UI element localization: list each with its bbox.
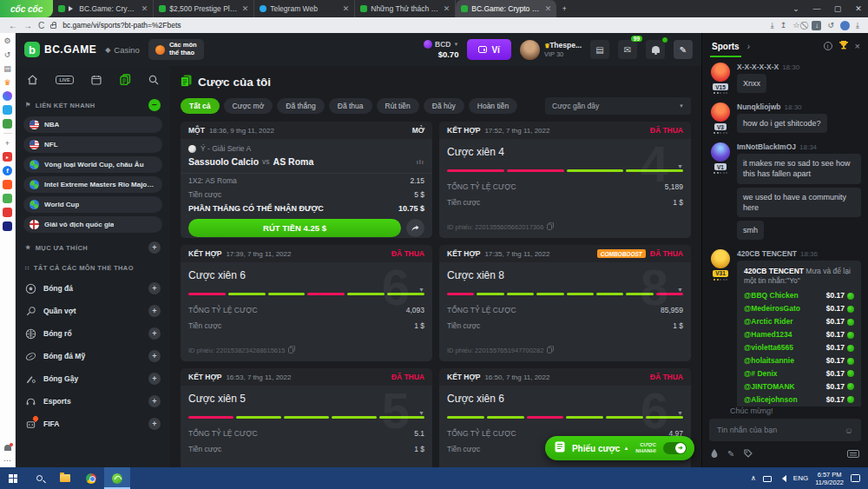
wallet-button[interactable]: Ví bbox=[467, 39, 510, 60]
collapse-button[interactable]: − bbox=[148, 99, 161, 111]
back-icon[interactable]: ← bbox=[9, 21, 17, 30]
sendo-icon[interactable] bbox=[3, 208, 12, 217]
minimize-button[interactable]: — bbox=[807, 4, 826, 13]
volume-icon[interactable] bbox=[779, 475, 786, 482]
tiki-icon[interactable] bbox=[3, 180, 12, 189]
nav-casino[interactable]: ◆ Casino bbox=[105, 45, 140, 55]
tab-close-icon[interactable]: ✕ bbox=[343, 4, 350, 13]
rain-recipient-name[interactable]: @JINTOMANK bbox=[744, 382, 795, 392]
rain-recipient-name[interactable]: @MedeirosGato bbox=[744, 304, 800, 314]
gif-tag-icon[interactable] bbox=[744, 446, 753, 461]
chat-username[interactable]: 420CB TENCENT bbox=[737, 249, 797, 258]
save-page-icon[interactable]: ⤓ bbox=[771, 21, 774, 30]
expand-sport-button[interactable]: + bbox=[148, 373, 161, 385]
language-indicator[interactable]: ENG bbox=[793, 474, 808, 482]
browser-tab[interactable]: Những Thử thách Hàng ngà ✕ bbox=[355, 0, 456, 17]
rain-recipient-name[interactable]: @Alicejohnson bbox=[744, 395, 798, 405]
copy-icon[interactable] bbox=[288, 346, 295, 355]
expand-sport-button[interactable]: + bbox=[148, 350, 161, 362]
history-icon[interactable]: ↺ bbox=[3, 50, 12, 59]
balance-display[interactable]: BCD ▼ $0.70 bbox=[424, 40, 458, 59]
copy-icon[interactable] bbox=[547, 222, 554, 232]
rain-recipient-name[interactable]: @holaitsannie bbox=[744, 356, 794, 366]
browser-tab[interactable]: $2,500 Prestige Plinko Challe ✕ bbox=[154, 0, 254, 17]
chrome-button[interactable] bbox=[78, 467, 104, 489]
expand-caret-icon[interactable]: ▼ bbox=[677, 287, 683, 293]
settings-gear-icon[interactable]: ⚙ bbox=[3, 36, 12, 45]
nav-sports[interactable]: Các mônthể thao bbox=[148, 39, 204, 59]
tray-expand-icon[interactable]: ∧ bbox=[751, 474, 756, 482]
crown-icon[interactable]: ♛ bbox=[3, 77, 12, 87]
expand-sport-button[interactable]: + bbox=[148, 327, 161, 340]
sidebar-sport-esports[interactable]: Esports + bbox=[23, 390, 162, 413]
clock[interactable]: 6:57 PM11/9/2022 bbox=[815, 471, 844, 486]
sidebar-sport-soccer[interactable]: Bóng đá + bbox=[23, 277, 162, 300]
chat-avatar[interactable] bbox=[711, 142, 730, 162]
bet-card-single[interactable]: MỘT18:36, 9 thg 11, 2022 MỞ Ý - Giải Ser… bbox=[181, 122, 432, 238]
download-active-icon[interactable]: ↓ bbox=[812, 21, 821, 30]
feed-icon[interactable]: ▤ bbox=[3, 63, 12, 73]
chevron-right-icon[interactable]: › bbox=[747, 42, 750, 51]
youtube-icon[interactable]: ▸ bbox=[3, 152, 12, 162]
emoji-icon[interactable]: ☺ bbox=[845, 426, 853, 435]
messenger-icon[interactable] bbox=[3, 91, 12, 101]
start-button[interactable] bbox=[0, 467, 26, 489]
expand-sport-button[interactable]: + bbox=[148, 418, 161, 430]
sidebar-sport-tennis[interactable]: Quần vợt + bbox=[23, 300, 162, 322]
expand-sport-button[interactable]: + bbox=[148, 305, 161, 317]
notifications-bell-icon[interactable] bbox=[4, 445, 11, 451]
chat-rules-info-icon[interactable]: i bbox=[824, 42, 832, 50]
browser-tab[interactable]: BC.Game: Crypto Casino ( ✕ bbox=[53, 0, 154, 17]
chat-username[interactable]: Nunqkliojwb bbox=[737, 102, 781, 111]
home-icon[interactable] bbox=[27, 75, 38, 85]
quick-bet-toggle[interactable]: ➜ bbox=[663, 442, 687, 454]
bcgame-logo[interactable]: b BC.GAME bbox=[24, 42, 96, 57]
chat-input[interactable]: Tin nhắn của bạn ☺ bbox=[709, 419, 861, 441]
bet-history-button[interactable]: ▤ bbox=[590, 40, 609, 59]
quick-link-item[interactable]: Vòng loại World Cup, châu Âu bbox=[23, 156, 162, 173]
cashout-button[interactable]: RÚT TIỀN 4.25 $ bbox=[188, 219, 401, 237]
browser-tab[interactable]: Telegram Web ✕ bbox=[254, 0, 355, 17]
tab-close-icon[interactable]: ✕ bbox=[545, 4, 552, 13]
sync-icon[interactable]: ↺ bbox=[827, 21, 834, 30]
sidebar-sport-cricket[interactable]: Bóng Gậy + bbox=[23, 367, 162, 390]
chat-rules-icon[interactable]: ✎ bbox=[727, 449, 734, 459]
expand-caret-icon[interactable]: ▼ bbox=[677, 410, 683, 416]
user-profile[interactable]: ♛Thespe... VIP 30 bbox=[520, 40, 582, 60]
inbox-button[interactable]: ✉99 bbox=[618, 40, 637, 59]
coccoc-button[interactable] bbox=[104, 467, 130, 489]
expand-caret-icon[interactable]: ▼ bbox=[418, 287, 424, 293]
sort-dropdown[interactable]: Cược gần đây ▼ bbox=[545, 97, 691, 115]
chat-toggle-button[interactable]: ✎ bbox=[674, 40, 693, 59]
tab-search-icon[interactable]: ⌄ bbox=[786, 4, 806, 13]
my-bets-icon[interactable] bbox=[120, 74, 131, 85]
copy-icon[interactable] bbox=[547, 346, 554, 355]
chat-room-tab[interactable]: Sports bbox=[710, 36, 741, 57]
add-shortcut-icon[interactable]: + bbox=[3, 138, 12, 148]
url-text[interactable]: bc.game/vi/sports?bt-path=%2Fbets bbox=[62, 21, 765, 30]
new-tab-button[interactable]: + bbox=[556, 0, 572, 17]
expand-sport-button[interactable]: + bbox=[148, 395, 161, 407]
rain-recipient-name[interactable]: @Arctic Rider bbox=[744, 317, 792, 327]
chat-close-icon[interactable]: × bbox=[855, 41, 860, 51]
downloads-icon[interactable]: ⤓ bbox=[856, 21, 859, 30]
network-icon[interactable] bbox=[763, 476, 772, 482]
maximize-button[interactable]: ▢ bbox=[828, 4, 847, 13]
keyboard-icon[interactable] bbox=[847, 450, 859, 458]
forward-icon[interactable]: → bbox=[23, 21, 32, 30]
sidebar-sport-fifa[interactable]: FIFA + bbox=[23, 413, 162, 435]
mfv-icon[interactable] bbox=[3, 221, 12, 231]
bookmark-star-icon[interactable]: ☆ bbox=[792, 21, 799, 30]
share-bet-button[interactable] bbox=[406, 219, 424, 237]
bet-card-combo[interactable]: KẾT HỢP17:52, 7 thg 11, 2022 ĐÃ THUA Cượ… bbox=[439, 122, 691, 238]
filter-pill[interactable]: Cược mở bbox=[224, 98, 273, 114]
filter-pill[interactable]: Tất cả bbox=[181, 98, 220, 114]
tab-close-icon[interactable]: ✕ bbox=[141, 4, 148, 13]
zalo-icon[interactable] bbox=[3, 105, 12, 115]
filter-pill[interactable]: Hoàn tiền bbox=[469, 98, 517, 114]
sidebar-sport-basketball[interactable]: Bóng rổ + bbox=[23, 322, 162, 345]
tab-close-icon[interactable]: ✕ bbox=[242, 4, 249, 13]
bet-card-combo[interactable]: KẾT HỢP17:35, 7 thg 11, 2022 COMBOBOOST … bbox=[439, 245, 691, 361]
trophy-icon[interactable] bbox=[838, 38, 849, 54]
share-icon[interactable]: ↥ bbox=[780, 21, 787, 30]
